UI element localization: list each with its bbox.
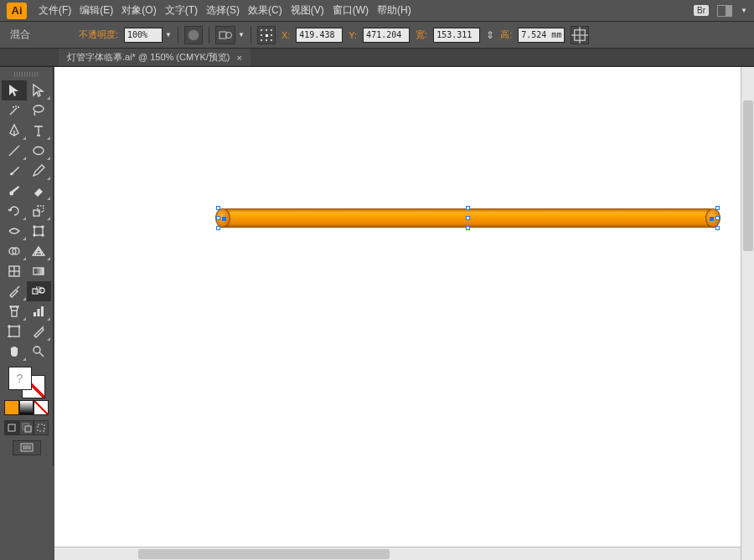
transform-button[interactable] xyxy=(571,26,589,44)
scrollbar-thumb[interactable] xyxy=(138,549,390,559)
pen-tool[interactable] xyxy=(2,121,27,141)
svg-point-2 xyxy=(225,32,231,38)
rotate-tool[interactable] xyxy=(2,201,27,221)
x-input[interactable] xyxy=(296,28,343,43)
svg-point-13 xyxy=(42,226,44,228)
opacity-label: 不透明度: xyxy=(79,28,118,41)
free-transform-tool[interactable] xyxy=(27,221,52,241)
gradient-mode-swatch[interactable] xyxy=(19,400,34,415)
draw-inside-button[interactable] xyxy=(34,420,49,435)
blob-brush-tool[interactable] xyxy=(2,181,27,201)
recolor-button[interactable] xyxy=(184,26,203,44)
none-mode-swatch[interactable] xyxy=(34,400,49,415)
divider xyxy=(178,27,178,44)
menu-text[interactable]: 文字(T) xyxy=(165,3,198,18)
workspace-layout-button[interactable] xyxy=(717,5,732,17)
perspective-grid-tool[interactable] xyxy=(27,241,52,261)
shape-builder-tool[interactable] xyxy=(2,241,27,261)
slice-tool[interactable] xyxy=(27,321,52,342)
scale-tool[interactable] xyxy=(27,201,52,221)
column-graph-tool[interactable] xyxy=(27,301,52,321)
svg-rect-36 xyxy=(8,424,15,431)
svg-rect-26 xyxy=(34,312,36,316)
gradient-tool[interactable] xyxy=(27,261,52,281)
height-input[interactable] xyxy=(518,28,565,43)
opacity-dropdown-icon[interactable]: ▼ xyxy=(165,31,172,39)
vertical-scrollbar[interactable] xyxy=(741,67,754,560)
link-wh-icon[interactable]: ⇕ xyxy=(486,29,494,41)
menu-file[interactable]: 文件(F) xyxy=(39,3,71,18)
y-label: Y: xyxy=(349,30,357,40)
line-tool[interactable] xyxy=(2,141,27,161)
svg-rect-38 xyxy=(25,426,31,432)
selection-handle[interactable] xyxy=(466,206,470,210)
svg-point-24 xyxy=(39,288,44,293)
fill-swatch[interactable] xyxy=(8,367,32,390)
document-tab-strip: 灯管字体临摹.ai* @ 150% (CMYK/预览) × xyxy=(0,49,754,67)
selection-handle[interactable] xyxy=(715,206,720,210)
svg-rect-25 xyxy=(12,311,17,316)
y-input[interactable] xyxy=(363,28,410,43)
selection-handle[interactable] xyxy=(216,216,220,220)
lasso-tool[interactable] xyxy=(27,100,52,121)
menu-view[interactable]: 视图(V) xyxy=(291,3,324,18)
pencil-tool[interactable] xyxy=(27,161,52,181)
paintbrush-tool[interactable] xyxy=(2,161,27,181)
artwork-blend-object[interactable] xyxy=(219,208,717,228)
close-tab-icon[interactable]: × xyxy=(237,53,242,63)
hand-tool[interactable] xyxy=(2,342,27,362)
selection-tool[interactable] xyxy=(2,80,27,100)
type-tool[interactable] xyxy=(27,121,52,141)
blend-tool[interactable] xyxy=(27,281,52,301)
canvas-area[interactable] xyxy=(54,67,754,560)
svg-rect-1 xyxy=(219,32,226,39)
selection-handle[interactable] xyxy=(715,226,720,230)
eraser-tool[interactable] xyxy=(27,181,52,201)
scrollbar-thumb[interactable] xyxy=(743,100,753,251)
width-tool[interactable] xyxy=(2,221,27,241)
anchor-point[interactable] xyxy=(710,217,714,221)
direct-selection-tool[interactable] xyxy=(27,80,52,100)
bridge-button[interactable]: Br xyxy=(694,5,709,16)
artboard-tool[interactable] xyxy=(2,321,27,342)
svg-rect-11 xyxy=(34,227,43,235)
horizontal-scrollbar[interactable] xyxy=(54,547,741,560)
mesh-tool[interactable] xyxy=(2,261,27,281)
selection-center[interactable] xyxy=(466,216,470,220)
selection-handle[interactable] xyxy=(715,216,720,220)
svg-rect-28 xyxy=(41,306,44,316)
menu-window[interactable]: 窗口(W) xyxy=(333,3,369,18)
svg-point-14 xyxy=(34,234,35,236)
reference-point-selector[interactable] xyxy=(257,26,276,44)
zoom-tool[interactable] xyxy=(27,342,52,362)
svg-rect-9 xyxy=(34,210,39,216)
ellipse-tool[interactable] xyxy=(27,141,52,161)
magic-wand-tool[interactable] xyxy=(2,100,27,121)
selection-handle[interactable] xyxy=(466,226,470,230)
opacity-input[interactable] xyxy=(124,28,163,43)
eyedropper-tool[interactable] xyxy=(2,281,27,301)
document-tab[interactable]: 灯管字体临摹.ai* @ 150% (CMYK/预览) × xyxy=(59,49,250,66)
menu-help[interactable]: 帮助(H) xyxy=(377,3,411,18)
workspace-dropdown-icon[interactable]: ▼ xyxy=(741,7,747,14)
selection-handle[interactable] xyxy=(216,206,220,210)
menu-select[interactable]: 选择(S) xyxy=(206,3,240,18)
color-mode-swatch[interactable] xyxy=(4,400,19,415)
menu-edit[interactable]: 编辑(E) xyxy=(80,3,113,18)
svg-rect-29 xyxy=(9,326,19,337)
selection-handle[interactable] xyxy=(216,226,220,230)
width-input[interactable] xyxy=(433,28,480,43)
control-bar: 混合 不透明度: ▼ ▼ X: Y: 宽: ⇕ 高: xyxy=(0,22,754,49)
toolbox-grip[interactable] xyxy=(14,72,39,77)
blend-options-dropdown-icon[interactable]: ▼ xyxy=(238,31,245,39)
draw-behind-button[interactable] xyxy=(19,420,34,435)
symbol-sprayer-tool[interactable] xyxy=(2,301,27,321)
menu-effect[interactable]: 效果(C) xyxy=(248,3,282,18)
divider xyxy=(250,27,251,44)
menu-object[interactable]: 对象(O) xyxy=(121,3,156,18)
blend-options-button[interactable] xyxy=(215,26,235,44)
anchor-point[interactable] xyxy=(222,217,226,221)
draw-normal-button[interactable] xyxy=(4,420,19,435)
screen-mode-button[interactable] xyxy=(13,440,41,455)
fill-stroke-swatch[interactable] xyxy=(8,367,45,398)
